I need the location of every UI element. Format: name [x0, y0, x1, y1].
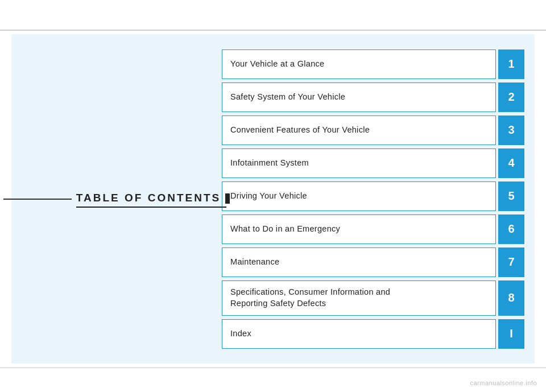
toc-number-1: 1: [498, 49, 524, 79]
toc-row-1[interactable]: Your Vehicle at a Glance1: [222, 49, 524, 79]
toc-label-2: Safety System of Your Vehicle: [222, 82, 496, 112]
toc-row-6[interactable]: What to Do in an Emergency6: [222, 214, 524, 244]
toc-row-9[interactable]: IndexI: [222, 319, 524, 349]
toc-row-3[interactable]: Convenient Features of Your Vehicle3: [222, 115, 524, 145]
bottom-divider: [0, 368, 546, 369]
toc-label-4: Infotainment System: [222, 148, 496, 178]
toc-label-8: Specifications, Consumer Information and…: [222, 280, 496, 316]
toc-number-7: 7: [498, 247, 524, 277]
toc-title: TABLE OF CONTENTS: [76, 192, 221, 207]
toc-list: Your Vehicle at a Glance1Safety System o…: [222, 39, 535, 359]
toc-title-marker: [225, 193, 230, 204]
watermark: carmanualsonline.info: [470, 379, 537, 386]
toc-number-9: I: [498, 319, 524, 349]
toc-label-3: Convenient Features of Your Vehicle: [222, 115, 496, 145]
toc-label-6: What to Do in an Emergency: [222, 214, 496, 244]
toc-row-7[interactable]: Maintenance7: [222, 247, 524, 277]
top-divider: [0, 30, 546, 31]
toc-row-8[interactable]: Specifications, Consumer Information and…: [222, 280, 524, 316]
toc-row-2[interactable]: Safety System of Your Vehicle2: [222, 82, 524, 112]
toc-label-5: Driving Your Vehicle: [222, 181, 496, 211]
toc-label-9: Index: [222, 319, 496, 349]
main-container: TABLE OF CONTENTS Your Vehicle at a Glan…: [11, 34, 535, 364]
toc-label-1: Your Vehicle at a Glance: [222, 49, 496, 79]
toc-number-8: 8: [498, 280, 524, 316]
toc-number-5: 5: [498, 181, 524, 211]
toc-row-4[interactable]: Infotainment System4: [222, 148, 524, 178]
left-panel: TABLE OF CONTENTS: [11, 34, 222, 364]
toc-number-6: 6: [498, 214, 524, 244]
toc-number-3: 3: [498, 115, 524, 145]
toc-row-5[interactable]: Driving Your Vehicle5: [222, 181, 524, 211]
toc-number-4: 4: [498, 148, 524, 178]
toc-label-7: Maintenance: [222, 247, 496, 277]
toc-number-2: 2: [498, 82, 524, 112]
